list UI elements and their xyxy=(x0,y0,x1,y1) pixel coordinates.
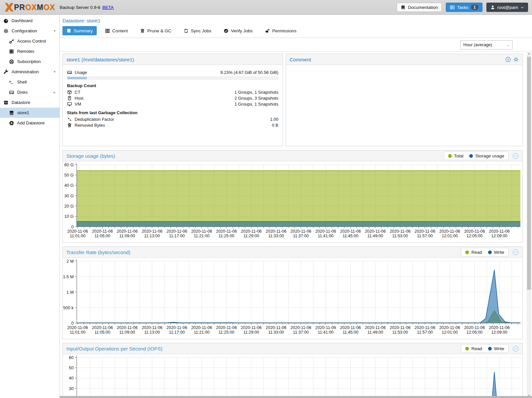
legend-dot-read xyxy=(465,347,469,350)
svg-text:2020-11-06: 2020-11-06 xyxy=(266,229,286,234)
archive-box-icon xyxy=(3,100,9,105)
svg-text:2020-11-06: 2020-11-06 xyxy=(464,229,485,234)
tab-prune-gc[interactable]: Prune & GC xyxy=(136,26,175,35)
svg-text:11:33:00: 11:33:00 xyxy=(268,330,284,335)
svg-text:30: 30 xyxy=(69,386,74,391)
proxmox-x-icon: X xyxy=(5,2,13,12)
svg-text:11:17:00: 11:17:00 xyxy=(169,234,185,238)
comment-body[interactable] xyxy=(286,65,522,73)
sidebar-item-shell[interactable]: >_ Shell xyxy=(0,77,59,87)
svg-text:2020-11-06: 2020-11-06 xyxy=(191,229,212,234)
svg-text:20 G: 20 G xyxy=(64,204,74,209)
chart-toolbar: Hour (average) ⌄ xyxy=(60,38,532,52)
minus-circle-icon[interactable] xyxy=(513,153,519,159)
plus-circle-icon xyxy=(9,120,14,126)
trash-icon xyxy=(140,28,145,33)
svg-text:50: 50 xyxy=(69,365,74,370)
svg-text:11:57:00: 11:57:00 xyxy=(417,234,433,238)
iops-panel: Input/Output Operations per Second (IOPS… xyxy=(62,343,523,398)
svg-text:11:41:00: 11:41:00 xyxy=(318,234,334,238)
scrollbar-thumb[interactable] xyxy=(527,57,531,290)
storage-usage-chart: 60 G50 G40 G30 G20 G10 G02020-11-0611:01… xyxy=(63,161,522,243)
unlock-icon xyxy=(265,28,270,33)
svg-text:11:45:00: 11:45:00 xyxy=(342,234,358,238)
collapse-chevron-icon[interactable]: ▾ xyxy=(53,29,55,33)
sidebar-item-disks[interactable]: Disks ▸ xyxy=(0,87,59,97)
transfer-rate-legend: Read Write xyxy=(461,248,509,256)
legend-dot-write xyxy=(488,250,492,254)
legend-dot-read xyxy=(465,250,469,254)
svg-text:11:49:00: 11:49:00 xyxy=(368,234,383,238)
documentation-button[interactable]: Documentation xyxy=(397,3,442,12)
svg-text:11:53:00: 11:53:00 xyxy=(392,330,408,335)
svg-text:40 G: 40 G xyxy=(64,183,74,188)
tab-permissions[interactable]: Permissions xyxy=(261,26,301,35)
svg-text:2020-11-06: 2020-11-06 xyxy=(489,229,510,234)
storage-usage-panel: Storage usage (bytes) Total Storage usag… xyxy=(62,150,523,243)
svg-text:11:33:00: 11:33:00 xyxy=(268,234,284,238)
sidebar-item-store1[interactable]: store1 xyxy=(0,108,59,118)
svg-text:10 G: 10 G xyxy=(64,214,74,219)
svg-text:2020-11-06: 2020-11-06 xyxy=(291,325,311,330)
scroll-up-arrow[interactable]: ▲ xyxy=(527,51,531,56)
svg-text:2020-11-06: 2020-11-06 xyxy=(390,229,410,234)
tab-verify-jobs[interactable]: Verify Jobs xyxy=(220,26,257,35)
svg-text:2020-11-06: 2020-11-06 xyxy=(216,229,237,234)
tab-content[interactable]: Content xyxy=(101,26,132,35)
gear-icon[interactable] xyxy=(513,57,519,62)
tasks-button[interactable]: Tasks 1 xyxy=(446,3,482,12)
horizontal-scrollbar-edge xyxy=(60,396,532,398)
svg-text:11:37:00: 11:37:00 xyxy=(293,330,309,335)
hdd-icon xyxy=(9,90,14,95)
proxmox-wordmark: PROXMOX xyxy=(14,3,55,12)
user-menu-button[interactable]: root@pam xyxy=(486,3,528,12)
svg-text:11:01:00: 11:01:00 xyxy=(70,330,86,335)
svg-text:2020-11-06: 2020-11-06 xyxy=(439,325,460,330)
minus-circle-icon[interactable] xyxy=(513,346,519,352)
gauge-icon xyxy=(3,18,9,23)
tab-summary[interactable]: Summary xyxy=(62,26,97,35)
collapse-chevron-icon[interactable]: ▾ xyxy=(53,70,55,74)
sidebar-item-add-datastore[interactable]: Add Datastore xyxy=(0,118,59,128)
wrench-icon xyxy=(3,69,9,75)
sidebar-item-configuration[interactable]: Configuration ▾ xyxy=(0,26,59,36)
sidebar-item-administration[interactable]: Administration ▾ xyxy=(0,67,59,77)
svg-text:11:25:00: 11:25:00 xyxy=(219,234,234,238)
dedup-row: Deduplication Factor 1.00 xyxy=(67,117,278,122)
sidebar-item-dashboard[interactable]: Dashboard xyxy=(0,16,59,26)
page-title: Datastore: store1 xyxy=(60,15,532,25)
timeframe-select[interactable]: Hour (average) ⌄ xyxy=(460,40,513,50)
vertical-scrollbar[interactable]: ▲ ▼ xyxy=(527,51,531,398)
legend-dot-total xyxy=(448,154,452,158)
storage-usage-legend: Total Storage usage xyxy=(444,151,509,160)
svg-text:11:57:00: 11:57:00 xyxy=(417,330,433,335)
store1-summary-panel: store1 (/mnt/datastores/store1) Usage 9.… xyxy=(62,54,283,146)
svg-text:11:05:00: 11:05:00 xyxy=(94,330,110,335)
svg-text:11:13:00: 11:13:00 xyxy=(144,330,160,335)
tasks-count-badge: 1 xyxy=(471,5,479,10)
svg-text:0: 0 xyxy=(71,321,74,326)
host-row: Host 2 Groups, 3 Snapshots xyxy=(67,96,278,101)
sidebar-item-remotes[interactable]: Remotes xyxy=(0,46,59,56)
beta-link[interactable]: BETA xyxy=(102,5,114,10)
svg-text:12:01:00: 12:01:00 xyxy=(442,234,458,238)
proxmox-logo: X PROXMOX xyxy=(5,2,55,12)
expand-chevron-icon[interactable]: ▸ xyxy=(53,90,55,94)
svg-text:12:01:00: 12:01:00 xyxy=(442,330,458,335)
svg-text:2020-11-06: 2020-11-06 xyxy=(489,325,510,330)
terminal-icon: >_ xyxy=(9,80,14,85)
desktop-icon xyxy=(67,102,72,107)
sidebar-item-datastore[interactable]: Datastore xyxy=(0,97,59,108)
svg-text:2020-11-06: 2020-11-06 xyxy=(414,325,435,330)
svg-text:60 G: 60 G xyxy=(64,162,74,167)
svg-text:11:09:00: 11:09:00 xyxy=(119,330,135,335)
tab-sync-jobs[interactable]: Sync Jobs xyxy=(180,26,215,35)
svg-text:11:05:00: 11:05:00 xyxy=(94,234,110,238)
minus-circle-icon[interactable] xyxy=(513,249,519,255)
sidebar-item-subscription[interactable]: Subscription xyxy=(0,56,59,67)
svg-text:11:41:00: 11:41:00 xyxy=(318,330,334,335)
chevron-circle-right-icon[interactable] xyxy=(505,57,511,62)
sidebar-item-access-control[interactable]: Access Control xyxy=(0,36,59,46)
server-stack-icon xyxy=(9,49,14,54)
store1-panel-header: store1 (/mnt/datastores/store1) xyxy=(63,54,283,65)
